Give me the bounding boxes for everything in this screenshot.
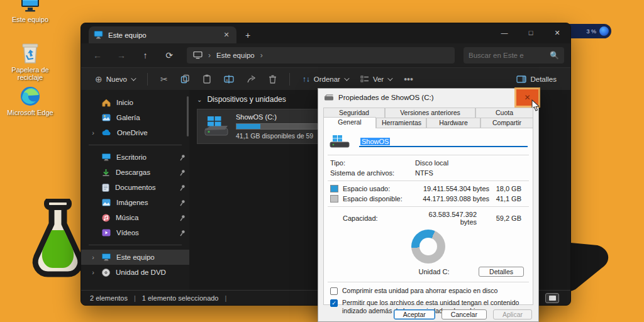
sidebar-item-inicio[interactable]: Inicio (81, 95, 189, 110)
close-button[interactable]: ✕ (544, 23, 570, 42)
new-button-label: Nuevo (106, 75, 127, 83)
dialog-title: Propiedades de ShowOS (C:) (338, 94, 512, 101)
pin-icon (179, 154, 186, 161)
system-drive-icon (203, 116, 230, 137)
minimize-button[interactable]: — (491, 23, 518, 42)
thumbnail-view-toggle[interactable] (545, 293, 559, 303)
index-checkbox[interactable]: ✓ (330, 299, 338, 307)
more-options-button[interactable]: ••• (399, 74, 418, 84)
toolbar-divider (289, 73, 290, 86)
sidebar-item-este-equipo[interactable]: › Este equipo (81, 250, 189, 265)
cancel-button[interactable]: Cancelar (441, 309, 487, 319)
desktop-icon-edge[interactable]: Microsoft Edge (0, 86, 60, 116)
sidebar-item-label: Inicio (116, 99, 186, 106)
tab-general[interactable]: General (323, 117, 376, 128)
items-count: 2 elementos (90, 294, 128, 302)
videos-icon (102, 229, 111, 236)
used-space-swatch (330, 185, 338, 192)
ellipsis-icon: ••• (404, 74, 413, 84)
refresh-icon[interactable]: ⟳ (159, 50, 179, 60)
tab-compartir[interactable]: Compartir (480, 118, 533, 128)
sidebar-item-galeria[interactable]: Galería (81, 110, 189, 125)
cut-button[interactable]: ✂ (155, 74, 173, 84)
sort-button[interactable]: ↑↓ Ordenar (297, 75, 353, 84)
selected-count: 1 elemento seleccionado (142, 294, 219, 302)
delete-button[interactable] (264, 75, 282, 84)
collapse-chevron-icon[interactable]: ⌄ (197, 96, 202, 103)
sidebar-item-escritorio[interactable]: Escritorio (81, 150, 189, 165)
paste-button[interactable] (197, 74, 216, 84)
forward-icon[interactable]: → (111, 50, 131, 60)
expand-chevron-icon[interactable]: › (90, 253, 96, 261)
tab-close-icon[interactable]: ✕ (221, 31, 231, 39)
sidebar-item-label: Documentos (115, 184, 174, 191)
close-icon: ✕ (524, 93, 530, 102)
sidebar-item-descargas[interactable]: Descargas (81, 165, 189, 180)
compress-checkbox-label: Comprimir esta unidad para ahorrar espac… (342, 287, 497, 295)
tab-versiones-anteriores[interactable]: Versiones anteriores (385, 108, 475, 118)
general-tab-page: ShowOS Tipo: Disco local Sistema de arch… (323, 128, 533, 305)
up-icon[interactable]: ↑ (135, 50, 155, 60)
breadcrumb[interactable]: › Este equipo › (187, 47, 455, 64)
tab-cuota[interactable]: Cuota (475, 108, 533, 118)
indicator-globe-icon (599, 26, 609, 36)
rename-button[interactable]: a (219, 75, 239, 84)
sort-arrows-icon: ↑↓ (303, 75, 310, 84)
sidebar-item-musica[interactable]: Música (81, 210, 189, 225)
search-box[interactable]: 🔍 (464, 47, 564, 64)
view-button[interactable]: Ver (355, 75, 396, 83)
properties-dialog: Propiedades de ShowOS (C:) ✕ Seguridad V… (318, 88, 539, 322)
drive-usage-fill (236, 124, 260, 129)
sidebar-item-documentos[interactable]: Documentos (81, 180, 189, 195)
sidebar-item-unidad-dvd[interactable]: › Unidad de DVD (81, 265, 189, 280)
pin-icon (179, 214, 186, 221)
music-icon (102, 214, 110, 222)
dialog-close-button[interactable]: ✕ (516, 89, 538, 106)
gallery-icon (102, 114, 111, 121)
plus-circle-icon: ⊕ (95, 74, 103, 84)
new-button[interactable]: ⊕ Nuevo (90, 74, 140, 84)
indicator-percent-label: 3 % (586, 28, 596, 35)
svg-text:a: a (226, 77, 228, 81)
search-input[interactable] (469, 52, 550, 59)
sidebar-item-onedrive[interactable]: › OneDrive (81, 125, 189, 140)
sort-button-label: Ordenar (314, 75, 340, 83)
breadcrumb-chevron-icon: › (260, 51, 263, 60)
sidebar-item-label: Este equipo (116, 253, 186, 261)
share-button[interactable] (242, 75, 261, 84)
expand-chevron-icon[interactable]: › (90, 269, 96, 276)
drive-item-showos[interactable]: ShowOS (C:) 41,1 GB disponibles de 59 (197, 109, 329, 144)
capacity-label: Capacidad: (330, 214, 418, 222)
tab-herramientas[interactable]: Herramientas (376, 118, 426, 128)
new-tab-button[interactable]: + (245, 30, 250, 43)
maximize-button[interactable]: □ (518, 23, 544, 42)
sidebar-item-imagenes[interactable]: Imágenes (81, 195, 189, 210)
rename-icon: a (224, 75, 234, 84)
back-icon[interactable]: ← (87, 50, 108, 60)
compress-checkbox-row[interactable]: Comprimir esta unidad para ahorrar espac… (328, 285, 529, 297)
expand-chevron-icon[interactable]: › (90, 129, 96, 136)
accept-button[interactable]: Aceptar (394, 309, 435, 319)
details-button[interactable]: Detalles (479, 267, 524, 277)
dialog-tabs: Seguridad Versiones anteriores Cuota Gen… (318, 106, 538, 128)
desktop-icon-this-pc[interactable]: Este equipo (0, 0, 60, 23)
computer-icon (193, 52, 203, 59)
volume-name-input[interactable]: ShowOS (359, 136, 528, 147)
tab-seguridad[interactable]: Seguridad (323, 108, 385, 118)
breadcrumb-chevron-icon: › (208, 51, 211, 60)
tab-bar: Este equipo ✕ + — □ ✕ (81, 23, 570, 43)
breadcrumb-item[interactable]: Este equipo (216, 52, 255, 59)
details-pane-button[interactable]: Detalles (511, 75, 562, 83)
apply-button[interactable]: Aplicar (493, 309, 532, 319)
sidebar-item-label: Galería (116, 114, 186, 121)
downloads-icon (102, 169, 110, 177)
tab-hardware[interactable]: Hardware (426, 118, 480, 128)
type-label: Tipo: (330, 159, 415, 167)
copy-button[interactable] (175, 74, 195, 84)
compress-checkbox[interactable] (330, 287, 338, 295)
tab-este-equipo[interactable]: Este equipo ✕ (89, 26, 236, 43)
sidebar-item-videos[interactable]: Vídeos (81, 225, 189, 240)
sidebar-scrollbar[interactable] (187, 96, 189, 136)
desktop-icon-recycle-bin[interactable]: Papelera de reciclaje (0, 42, 60, 81)
drive-name: ShowOS (C:) (236, 113, 323, 121)
